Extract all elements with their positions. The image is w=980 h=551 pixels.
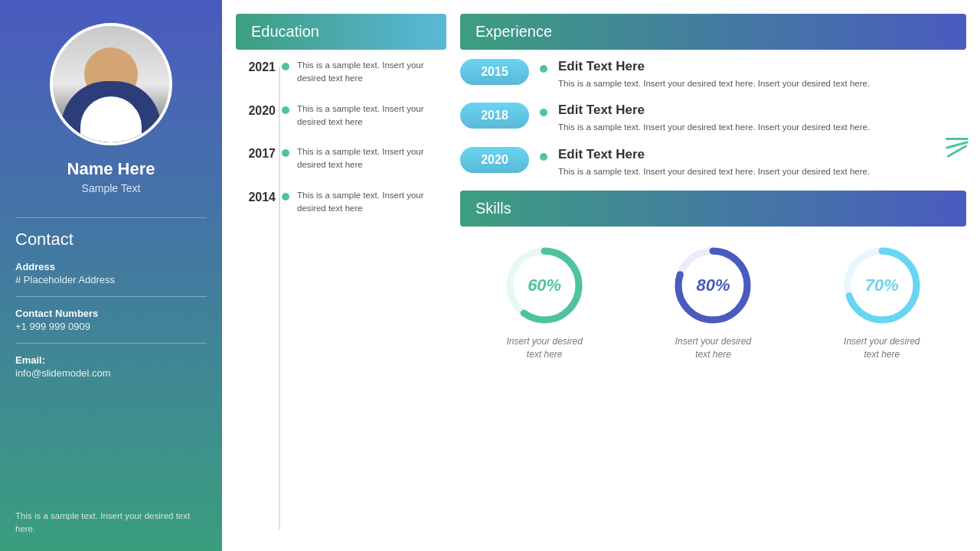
decorative-lines xyxy=(946,138,969,156)
email-value: info@slidemodel.com xyxy=(15,367,207,379)
skill-label: Insert your desiredtext here xyxy=(675,335,751,361)
exp-dot xyxy=(540,153,547,161)
skills-row: 60% Insert your desiredtext here 80% Ins… xyxy=(460,236,966,369)
avatar-image xyxy=(53,26,169,142)
skills-heading: Skills xyxy=(460,191,966,227)
timeline-year: 2020 xyxy=(236,103,276,118)
timeline-year: 2021 xyxy=(236,59,276,74)
timeline-dot xyxy=(282,63,289,70)
main-content: Education 2021 This is a sample text. In… xyxy=(222,0,980,551)
timeline-text: This is a sample text. Insert your desir… xyxy=(297,145,446,172)
exp-title: Edit Text Here xyxy=(558,59,870,74)
sidebar: Name Here Sample Text Contact Address # … xyxy=(0,0,222,551)
exp-desc: This is a sample text. Insert your desir… xyxy=(558,121,870,134)
skill-label: Insert your desiredtext here xyxy=(844,335,920,361)
timeline-item: 2014 This is a sample text. Insert your … xyxy=(236,189,446,216)
timeline-item: 2020 This is a sample text. Insert your … xyxy=(236,103,446,129)
skill-item: 70% Insert your desiredtext here xyxy=(840,243,924,361)
education-heading: Education xyxy=(236,14,446,50)
exp-dot xyxy=(540,109,547,116)
experience-list: 2015 Edit Text Here This is a sample tex… xyxy=(460,59,966,178)
sidebar-subtitle: Sample Text xyxy=(82,182,141,194)
education-column: Education 2021 This is a sample text. In… xyxy=(236,14,446,537)
email-label: Email: xyxy=(15,354,207,366)
experience-item: 2018 Edit Text Here This is a sample tex… xyxy=(460,103,966,134)
address-field: Address # Placeholder Address xyxy=(15,261,207,285)
exp-content: Edit Text Here This is a sample text. In… xyxy=(558,59,870,90)
skill-label: Insert your desiredtext here xyxy=(506,335,582,361)
timeline-line xyxy=(279,67,280,530)
divider-2 xyxy=(15,343,207,344)
sidebar-note: This is a sample text. Insert your desir… xyxy=(15,510,207,536)
timeline-year: 2014 xyxy=(236,189,276,204)
timeline-item: 2021 This is a sample text. Insert your … xyxy=(236,59,446,86)
exp-title: Edit Text Here xyxy=(558,103,870,118)
timeline-dot xyxy=(282,106,289,114)
timeline-year: 2017 xyxy=(236,145,276,161)
experience-section: Experience 2015 Edit Text Here This is a… xyxy=(460,14,966,178)
divider-1 xyxy=(15,296,207,297)
timeline-item: 2017 This is a sample text. Insert your … xyxy=(236,145,446,172)
education-timeline: 2021 This is a sample text. Insert your … xyxy=(236,59,446,537)
experience-heading: Experience xyxy=(460,14,966,50)
exp-title: Edit Text Here xyxy=(558,147,870,162)
experience-item: 2020 Edit Text Here This is a sample tex… xyxy=(460,147,966,178)
address-label: Address xyxy=(15,261,207,272)
phone-label: Contact Numbers xyxy=(15,308,207,319)
exp-content: Edit Text Here This is a sample text. In… xyxy=(558,103,870,134)
email-field: Email: info@slidemodel.com xyxy=(15,354,207,379)
exp-year-badge: 2018 xyxy=(460,103,529,129)
skill-item: 80% Insert your desiredtext here xyxy=(671,243,755,361)
contact-heading: Contact xyxy=(15,230,207,249)
exp-content: Edit Text Here This is a sample text. In… xyxy=(558,147,870,178)
skill-percent: 80% xyxy=(696,276,730,295)
timeline-text: This is a sample text. Insert your desir… xyxy=(297,103,446,129)
sidebar-name: Name Here xyxy=(67,159,155,179)
address-value: # Placeholder Address xyxy=(15,274,207,285)
skill-item: 60% Insert your desiredtext here xyxy=(502,243,586,361)
exp-year-badge: 2020 xyxy=(460,147,529,173)
timeline-dot xyxy=(282,149,289,157)
skill-chart: 60% xyxy=(502,243,586,328)
right-column: Experience 2015 Edit Text Here This is a… xyxy=(460,14,966,537)
exp-desc: This is a sample text. Insert your desir… xyxy=(558,77,870,90)
contact-section: Contact Address # Placeholder Address Co… xyxy=(15,217,207,390)
skill-chart: 80% xyxy=(671,243,755,328)
skill-percent: 70% xyxy=(865,276,899,295)
phone-value: +1 999 999 0909 xyxy=(15,321,207,332)
exp-year-badge: 2015 xyxy=(460,59,529,85)
timeline-text: This is a sample text. Insert your desir… xyxy=(297,59,446,86)
avatar xyxy=(50,23,172,145)
exp-desc: This is a sample text. Insert your desir… xyxy=(558,165,870,178)
timeline-text: This is a sample text. Insert your desir… xyxy=(297,189,446,216)
phone-field: Contact Numbers +1 999 999 0909 xyxy=(15,308,207,332)
skill-chart: 70% xyxy=(840,243,924,328)
skills-section: Skills 60% Insert your desiredtext here … xyxy=(460,191,966,369)
skill-percent: 60% xyxy=(528,276,561,295)
experience-item: 2015 Edit Text Here This is a sample tex… xyxy=(460,59,966,90)
timeline-dot xyxy=(282,193,289,201)
exp-dot xyxy=(540,65,547,73)
